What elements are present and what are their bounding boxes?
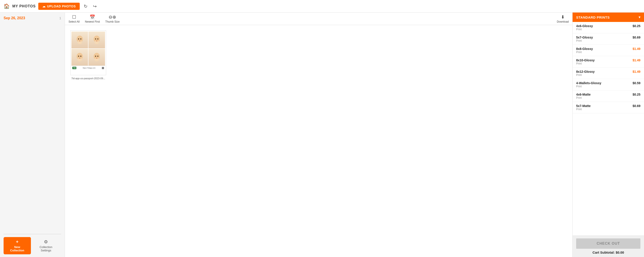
top-bar: 🏠 MY PHOTOS ☁ UPLOAD PHOTOS ↻ ↪ [0,0,644,12]
standard-prints-label: STANDARD PRINTS [576,16,610,19]
print-item[interactable]: 5x7-Glossy Print $0.69 [572,33,644,45]
print-type: Print [576,62,595,65]
print-price: $1.49 [632,70,640,74]
collection-settings-label: Collection Settings [34,245,58,252]
svg-point-12 [78,56,79,57]
prints-list: 4x6-Glossy Print $0.25 5x7-Glossy Print … [572,22,644,236]
photo-cell-1 [72,32,88,48]
download-icon: ⬇ [561,14,565,20]
sidebar-actions: + New Collection ⚙ Collection Settings [0,234,65,257]
print-item[interactable]: 4x6-Matte Print $0.25 [572,90,644,102]
thumb-size-icon: ⊖⊕ [108,14,116,20]
print-price: $0.25 [632,24,640,28]
photo-thumbnail[interactable]: 7ID https://7idapp.com ▦ 7id-app-us-pass… [70,30,106,80]
print-price: $1.49 [632,47,640,50]
print-price: $0.59 [632,81,640,85]
sort-icon: 📅 [90,14,95,20]
print-item[interactable]: 4x6-Glossy Print $0.25 [572,22,644,33]
photo-grid [72,32,105,66]
print-name: 8x10-Glossy [576,58,595,62]
qr-code-icon: ▦ [102,66,104,70]
print-item[interactable]: 4-Wallets-Glossy Print $0.59 [572,79,644,90]
checkout-button[interactable]: CHECK OUT [576,238,640,249]
photo-filename: 7id-app-us-passport-2023-09... [71,77,105,80]
print-type: Print [576,108,591,111]
print-type: Print [576,50,593,54]
print-price: $0.25 [632,93,640,96]
print-type: Print [576,39,593,42]
my-photos-label: MY PHOTOS [12,4,36,8]
baby-face-2 [88,32,105,48]
svg-point-13 [80,56,82,57]
print-price: $0.69 [632,104,640,108]
photo-url: https://7idapp.com [83,67,96,69]
thumb-size-button[interactable]: ⊖⊕ Thumb Size [105,14,120,23]
print-name: 4x6-Matte [576,93,591,96]
gear-icon: ⚙ [44,239,48,244]
photo-cell-3 [72,49,88,66]
newest-first-label: Newest First [85,20,100,23]
refresh-icon: ↻ [84,4,88,9]
new-collection-button[interactable]: + New Collection [4,237,31,254]
chevron-down-icon: ▾ [639,15,641,19]
newest-first-button[interactable]: 📅 Newest First [85,14,100,23]
svg-point-2 [78,38,79,40]
checkout-area: CHECK OUT Cart Subtotal: $0.00 [572,236,644,257]
print-name: 4-Wallets-Glossy [576,81,601,85]
print-info: 5x7-Matte Print [576,104,591,111]
download-button[interactable]: ⬇ Download [557,14,569,23]
svg-point-9 [96,40,98,42]
print-info: 4x6-Matte Print [576,93,591,100]
standard-prints-button[interactable]: STANDARD PRINTS ▾ [572,12,644,22]
thumb-size-label: Thumb Size [105,20,120,23]
print-item[interactable]: 8x12-Glossy Print $1.49 [572,68,644,79]
print-info: 8x12-Glossy Print [576,70,595,76]
svg-point-3 [80,38,82,40]
date-row: Sep 26, 2023 1 [0,12,65,22]
collection-settings-button[interactable]: ⚙ Collection Settings [31,237,61,254]
print-item[interactable]: 8x10-Glossy Print $1.49 [572,56,644,68]
share-button[interactable]: ↪ [92,3,98,10]
print-info: 4x6-Glossy Print [576,24,593,31]
upload-photos-button[interactable]: ☁ UPLOAD PHOTOS [38,3,80,10]
right-sidebar: STANDARD PRINTS ▾ 4x6-Glossy Print $0.25… [572,12,644,257]
print-price: $0.69 [632,36,640,39]
print-name: 5x7-Glossy [576,36,593,39]
print-item[interactable]: 8x8-Glossy Print $1.49 [572,45,644,56]
plus-icon: + [16,239,18,244]
print-info: 8x8-Glossy Print [576,47,593,54]
upload-button-label: UPLOAD PHOTOS [47,4,76,8]
checkbox-icon: ☐ [72,14,76,20]
svg-point-7 [95,38,96,40]
baby-face-3 [72,49,88,66]
home-icon: 🏠 [4,3,10,9]
refresh-button[interactable]: ↻ [82,3,89,10]
print-name: 4x6-Glossy [576,24,593,28]
print-price: $1.49 [632,58,640,62]
cart-subtotal: Cart Subtotal: $0.00 [576,250,640,254]
photo-bottom-bar: 7ID https://7idapp.com ▦ [72,66,105,70]
photo-image-wrapper: 7ID https://7idapp.com ▦ [70,30,106,75]
svg-point-4 [79,40,80,42]
photo-cell-2 [88,32,105,48]
svg-point-14 [79,58,80,59]
upload-cloud-icon: ☁ [42,4,46,8]
left-sidebar: Sep 26, 2023 1 + New Collection ⚙ Collec… [0,12,65,257]
print-item[interactable]: 5x7-Matte Print $0.69 [572,102,644,113]
print-type: Print [576,28,593,31]
center-content: ☐ Select All 📅 Newest First ⊖⊕ Thumb Siz… [65,12,572,257]
date-count: 1 [59,16,61,20]
print-info: 8x10-Glossy Print [576,58,595,65]
svg-point-18 [98,56,98,57]
print-type: Print [576,85,601,88]
print-name: 5x7-Matte [576,104,591,108]
select-all-label: Select All [68,20,80,23]
main-layout: Sep 26, 2023 1 + New Collection ⚙ Collec… [0,12,644,257]
toolbar: ☐ Select All 📅 Newest First ⊖⊕ Thumb Siz… [65,12,572,25]
print-name: 8x12-Glossy [576,70,595,74]
print-type: Print [576,96,591,100]
select-all-button[interactable]: ☐ Select All [68,14,80,23]
print-name: 8x8-Glossy [576,47,593,50]
print-type: Print [576,74,595,76]
svg-point-17 [95,56,96,57]
